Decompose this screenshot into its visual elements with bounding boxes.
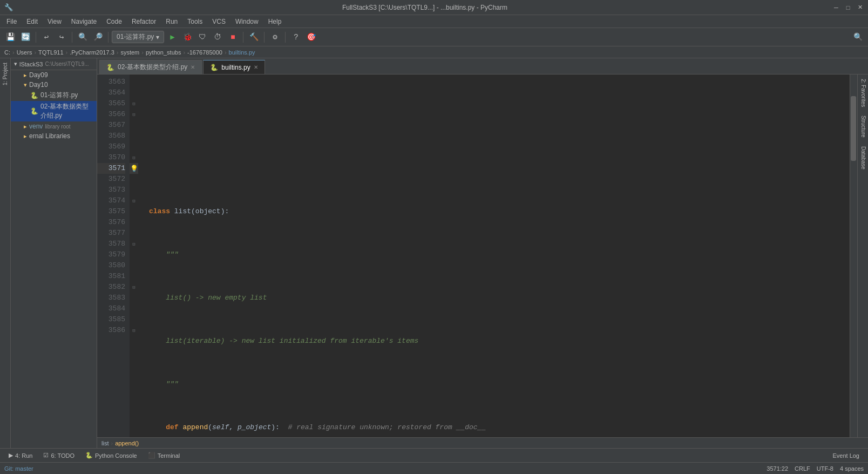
project-expand-icon: ▾ (14, 60, 17, 67)
bc-drive[interactable]: C: (4, 49, 10, 56)
tree-item-day09[interactable]: ▸ Day09 (11, 70, 97, 80)
bottom-tab-run[interactable]: ▶ 4: Run (4, 451, 37, 460)
bc-system[interactable]: system (120, 49, 139, 56)
gutter-mark-3577 (130, 228, 138, 239)
tree-item-venv[interactable]: ▸ venv library root (11, 121, 97, 131)
tab-close-basic[interactable]: ✕ (191, 64, 195, 70)
menu-view[interactable]: View (43, 17, 66, 26)
bc-class-list[interactable]: list (101, 440, 109, 446)
bottom-tab-todo[interactable]: ☑ 6: TODO (39, 451, 79, 460)
run-button[interactable]: ▶ (165, 30, 179, 44)
param-pobject: p_object (238, 422, 271, 433)
menu-code[interactable]: Code (102, 17, 126, 26)
menu-help[interactable]: Help (264, 17, 286, 26)
bc-users[interactable]: Users (17, 49, 32, 56)
sidebar-tab-structure[interactable]: Structure (858, 111, 868, 142)
bc-method-append[interactable]: append() (115, 440, 139, 446)
sidebar-tab-favorites[interactable]: 2: Favorites (858, 75, 868, 111)
fold-marker-3578[interactable]: ⊟ (132, 241, 135, 247)
minimize-button[interactable]: ─ (832, 4, 840, 11)
menu-edit[interactable]: Edit (22, 17, 42, 26)
folder-icon: ▸ (24, 72, 27, 79)
search-everywhere-button[interactable]: 🔍 (76, 30, 90, 44)
status-line-sep[interactable]: CRLF (795, 465, 810, 472)
debug-button[interactable]: 🐞 (180, 30, 194, 44)
sidebar-tab-project[interactable]: 1: Project (1, 58, 10, 90)
redo-button[interactable]: ↪ (55, 30, 69, 44)
line-num: 3570 (97, 152, 125, 163)
profile-button[interactable]: ⏱ (211, 30, 225, 44)
left-sidebar: 1: Project (0, 58, 11, 448)
menu-refactor[interactable]: Refactor (127, 17, 160, 26)
editor-breadcrumb: list › append() (97, 437, 868, 448)
find-usages-button[interactable]: 🔎 (91, 30, 105, 44)
gutter-mark-3573 (130, 185, 138, 195)
bc-pycharm[interactable]: .PyCharm2017.3 (70, 49, 114, 56)
status-position[interactable]: 3571:22 (767, 465, 788, 472)
bc-file[interactable]: builtins.py (229, 49, 255, 56)
docstring-3566: """ (149, 249, 179, 260)
search-action-button[interactable]: 🔍 (851, 30, 865, 44)
tree-item-ext-libraries[interactable]: ▸ ernal Libraries (11, 131, 97, 141)
run-config-selector[interactable]: 01-运算符.py ▾ (112, 31, 164, 43)
tour-button[interactable]: 🎯 (304, 30, 318, 44)
punc-close: ): (221, 206, 229, 217)
fold-marker-3582[interactable]: ⊟ (132, 285, 135, 290)
undo-button[interactable]: ↩ (39, 30, 53, 44)
bc-hash[interactable]: -1676785000 (187, 49, 222, 56)
menu-file[interactable]: File (2, 17, 21, 26)
line-num: 3566 (97, 109, 125, 120)
todo-tab-label: 6: TODO (51, 452, 74, 459)
fold-marker-3586[interactable]: ⊟ (132, 328, 135, 334)
menu-navigate[interactable]: Navigate (67, 17, 101, 26)
bottom-tab-terminal[interactable]: ⬛ Terminal (144, 451, 185, 460)
bc-user[interactable]: TQTL911 (38, 49, 63, 56)
stop-button[interactable]: ■ (226, 30, 240, 44)
fold-marker-3574[interactable]: ⊟ (132, 198, 135, 204)
line-num: 3580 (97, 260, 125, 271)
sidebar-tab-database[interactable]: Database (858, 142, 868, 174)
status-vcs[interactable]: Git: master (4, 465, 33, 472)
fold-marker-3570[interactable]: ⊟ (132, 155, 135, 161)
vertical-scrollbar[interactable] (850, 75, 857, 437)
save-all-button[interactable]: 💾 (3, 30, 17, 44)
punc-3570a: ( (208, 422, 212, 433)
fold-marker-3565[interactable]: ⊟ (132, 101, 135, 107)
gutter-mark-3570: ⊟ (130, 152, 138, 163)
tree-item-run-py[interactable]: 🐍 01-运算符.py (11, 90, 97, 101)
base-class: object (195, 206, 221, 217)
close-button[interactable]: ✕ (856, 4, 864, 11)
help-button[interactable]: ? (289, 30, 303, 44)
gutter-mark-3564 (130, 87, 138, 98)
lightbulb-icon-3571[interactable]: 💡 (130, 165, 138, 173)
menu-vcs[interactable]: VCS (208, 17, 230, 26)
bottom-tabs-bar: ▶ 4: Run ☑ 6: TODO 🐍 Python Console ⬛ Te… (0, 448, 868, 462)
code-content[interactable]: class list(object): """ list() -> new em… (145, 75, 850, 437)
run-config-label: 01-运算符.py (117, 32, 154, 42)
coverage-button[interactable]: 🛡 (195, 30, 209, 44)
tree-item-label: ernal Libraries (29, 132, 70, 140)
menu-window[interactable]: Window (231, 17, 263, 26)
tree-item-day10[interactable]: ▾ Day10 (11, 80, 97, 90)
punc-3570b: , (229, 422, 238, 433)
status-bar: Git: master 3571:22 CRLF UTF-8 4 spaces (0, 462, 868, 474)
settings-button[interactable]: ⚙ (268, 30, 282, 44)
sync-button[interactable]: 🔄 (18, 30, 32, 44)
fold-marker-3566[interactable]: ⊟ (132, 112, 135, 118)
bottom-tab-python-console[interactable]: 🐍 Python Console (81, 451, 141, 460)
tab-close-builtins[interactable]: ✕ (254, 64, 258, 70)
tree-item-label: Day09 (29, 71, 48, 79)
bc-python-stubs[interactable]: python_stubs (146, 49, 181, 56)
status-encoding[interactable]: UTF-8 (817, 465, 833, 472)
bottom-tab-event-log[interactable]: Event Log (828, 451, 864, 460)
build-button[interactable]: 🔨 (247, 30, 261, 44)
gutter-mark-3583 (130, 293, 138, 303)
menu-tools[interactable]: Tools (183, 17, 207, 26)
tab-basic-types[interactable]: 🐍 02-基本数据类型介绍.py ✕ (99, 60, 202, 74)
maximize-button[interactable]: □ (844, 4, 852, 11)
tab-builtins[interactable]: 🐍 builtins.py ✕ (203, 60, 265, 74)
tree-item-basic-types-py[interactable]: 🐍 02-基本数据类型介绍.py (11, 101, 97, 121)
indent-3570 (149, 422, 166, 433)
scrollbar-thumb[interactable] (851, 96, 856, 161)
menu-run[interactable]: Run (161, 17, 182, 26)
